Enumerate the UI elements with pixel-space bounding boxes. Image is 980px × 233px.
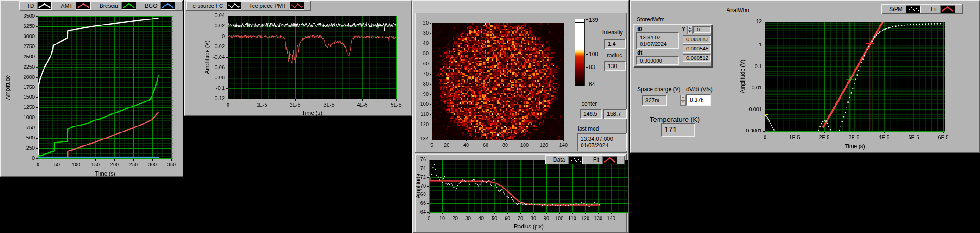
legend-label: e-source FC xyxy=(192,3,223,9)
counts-graph-canvas[interactable] xyxy=(1,11,184,178)
analwfm-label: AnalWfm xyxy=(727,7,749,13)
intensity-label: intensity xyxy=(600,29,626,36)
legend-label: SiPM xyxy=(889,6,903,13)
dvdt-spinner[interactable]: ▲ ▼ xyxy=(680,95,686,106)
legend-caret-icon xyxy=(37,2,52,10)
profile-graph-canvas[interactable] xyxy=(416,155,630,233)
legend-item[interactable]: SiPM xyxy=(889,5,921,13)
t0-label: t0 xyxy=(637,26,642,32)
t0-time: 13:34:07 xyxy=(640,34,661,41)
temperature-value: 171 xyxy=(661,123,695,137)
dt-label: dt xyxy=(637,50,642,56)
counts-plot-legend: TDAMTBresciaBGO xyxy=(19,1,183,11)
intensity-image-canvas[interactable] xyxy=(417,15,569,150)
legend-item[interactable]: Fit xyxy=(931,5,955,13)
intensity-value: 1.4 xyxy=(604,39,626,49)
lastmod-label: last mod xyxy=(578,126,599,132)
profile-plot-legend: DataFit xyxy=(545,155,625,164)
legend-label: BGO xyxy=(145,3,158,9)
y-array-value-2: 0.000512 xyxy=(683,54,711,62)
legend-caret-icon xyxy=(121,2,136,10)
legend-caret-icon xyxy=(602,156,617,164)
legend-caret-icon xyxy=(940,5,955,13)
legend-label: AMT xyxy=(61,3,72,9)
radius-label: radius xyxy=(603,52,626,59)
center-label: center xyxy=(582,101,597,107)
analwfm-plot-legend: SiPMFit xyxy=(881,4,963,14)
center-y-value: 158.7 xyxy=(603,109,627,119)
color-ramp[interactable] xyxy=(575,19,585,86)
center-x-value: 146.5 xyxy=(580,109,602,119)
intensity-graph-section: 1391008364 intensity 1.4 radius 130 cent… xyxy=(415,13,627,153)
storedwfm-label: StoredWfm xyxy=(637,16,664,23)
storedwfm-cluster: t0 13:34:07 01/07/2024 dt 0.000000 Y ▲ ▼… xyxy=(633,24,712,67)
pmt-plot-legend: e-source FCTee piece PMT xyxy=(186,1,311,11)
dt-value: 0.000000 xyxy=(636,56,679,65)
lastmod-value: 13:34:07.000 01/07/2024 xyxy=(577,133,627,151)
lastmod-time: 13:34:07.000 xyxy=(581,136,613,142)
pmt-graph-canvas[interactable] xyxy=(185,11,413,116)
dvdt-up-icon[interactable]: ▲ xyxy=(680,95,686,101)
panel-analysis: StoredWfm t0 13:34:07 01/07/2024 dt 0.00… xyxy=(630,0,980,153)
temperature-label: Temperature (K) xyxy=(650,115,700,123)
color-ramp-tick xyxy=(586,75,589,75)
legend-dots-icon xyxy=(906,5,921,13)
legend-label: Fit xyxy=(931,6,937,13)
y-index-value[interactable]: 0 xyxy=(693,26,711,33)
color-ramp-tick: 139 xyxy=(586,17,598,23)
analwfm-graph-canvas[interactable] xyxy=(733,14,980,153)
color-ramp-tick: 83 xyxy=(586,64,595,70)
y-array-value-1: 0.000548 xyxy=(683,44,711,53)
y-index-down-icon[interactable]: ▼ xyxy=(687,30,693,34)
legend-item[interactable]: TD xyxy=(26,2,52,10)
dvdt-value[interactable]: 8.37k xyxy=(686,94,711,106)
radius-value: 130 xyxy=(604,61,626,71)
radial-profile-section: DataFit xyxy=(415,154,627,233)
legend-item[interactable]: Tee piece PMT xyxy=(249,2,304,10)
color-ramp-tick: 64 xyxy=(586,81,595,88)
y-index-up-icon[interactable]: ▲ xyxy=(687,26,693,30)
legend-zigzag-icon xyxy=(290,2,304,10)
space-charge-label: Space charge (V) xyxy=(637,86,680,93)
legend-caret-icon xyxy=(76,2,91,10)
legend-item[interactable]: e-source FC xyxy=(192,2,241,10)
legend-item[interactable]: Data xyxy=(553,156,583,164)
panel-counts-graph: TDAMTBresciaBGO xyxy=(0,0,183,177)
y-array-value-0: 0.000583 xyxy=(683,35,711,44)
legend-label: TD xyxy=(26,3,34,9)
legend-zigzag-icon xyxy=(227,2,241,10)
y-index-spinner[interactable]: ▲ ▼ xyxy=(687,26,693,33)
labview-front-panel: TDAMTBresciaBGO e-source FCTee piece PMT… xyxy=(0,0,980,233)
legend-item[interactable]: BGO xyxy=(145,2,176,10)
legend-item[interactable]: Brescia xyxy=(100,2,136,10)
color-ramp-marker xyxy=(575,22,584,23)
space-charge-value: 327m xyxy=(642,95,667,106)
legend-item[interactable]: AMT xyxy=(61,2,90,10)
panel-beam-image: 1391008364 intensity 1.4 radius 130 cent… xyxy=(412,0,629,233)
panel-pmt-graph: e-source FCTee piece PMT xyxy=(184,0,412,116)
legend-label: Brescia xyxy=(100,3,118,9)
dvdt-label: dV/dt (V/s) xyxy=(686,86,713,93)
legend-label: Tee piece PMT xyxy=(249,3,286,9)
legend-label: Fit xyxy=(593,157,599,163)
t0-value: 13:34:07 01/07/2024 xyxy=(636,32,679,49)
legend-item[interactable]: Fit xyxy=(593,156,617,164)
t0-date: 01/07/2024 xyxy=(640,41,667,47)
legend-label: Data xyxy=(553,157,565,163)
y-array-label: Y xyxy=(682,26,685,32)
dvdt-down-icon[interactable]: ▼ xyxy=(680,101,686,106)
legend-dots-icon xyxy=(568,156,583,164)
legend-caret-icon xyxy=(160,2,175,10)
lastmod-date: 01/07/2024 xyxy=(581,142,608,149)
color-ramp-tick: 100 xyxy=(586,51,598,57)
